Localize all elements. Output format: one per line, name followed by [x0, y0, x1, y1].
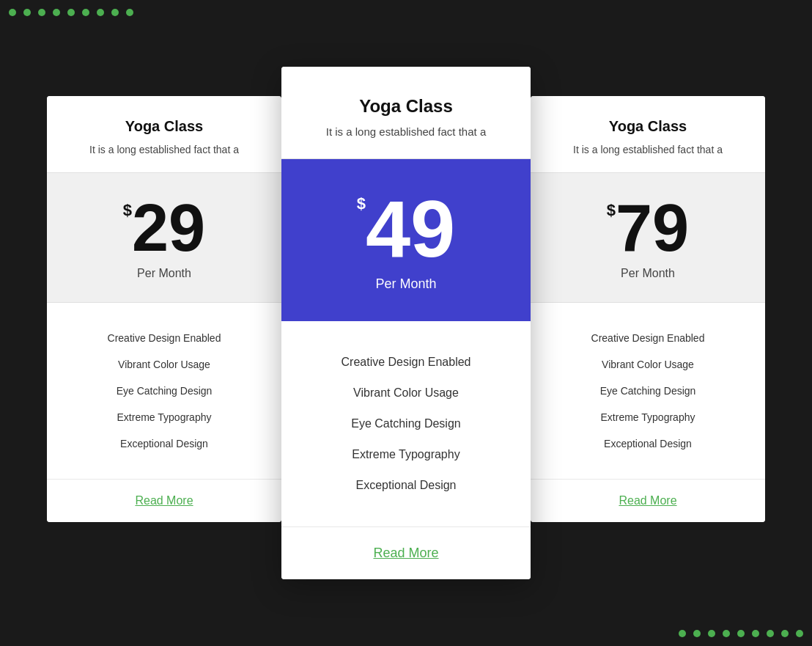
- card-left-features: Creative Design Enabled Vibrant Color Us…: [47, 303, 281, 479]
- card-left-price-wrapper: $ 29: [62, 195, 267, 261]
- dots-bottom-right: [679, 630, 803, 637]
- card-left-price-period: Per Month: [62, 267, 267, 280]
- pricing-card-center: Yoga Class It is a long established fact…: [281, 67, 531, 580]
- card-right-footer: Read More: [531, 479, 765, 522]
- dot-4: [53, 9, 60, 16]
- dot-1: [9, 9, 16, 16]
- card-right-feature-2: Vibrant Color Usage: [545, 351, 750, 378]
- dot-br-5: [737, 630, 745, 637]
- card-center-header: Yoga Class It is a long established fact…: [281, 67, 531, 160]
- card-right-price-amount: 79: [616, 195, 689, 261]
- card-center-feature-1: Creative Design Enabled: [303, 347, 509, 378]
- card-center-footer: Read More: [281, 526, 531, 579]
- card-right-features: Creative Design Enabled Vibrant Color Us…: [531, 303, 765, 479]
- card-center-price-period: Per Month: [303, 276, 509, 292]
- dots-top-left: [9, 9, 133, 16]
- card-center-feature-2: Vibrant Color Usage: [303, 378, 509, 408]
- card-center-price-section: $ 49 Per Month: [281, 159, 531, 321]
- card-center-read-more[interactable]: Read More: [373, 546, 438, 560]
- card-left-feature-1: Creative Design Enabled: [62, 325, 267, 351]
- card-right-price-period: Per Month: [545, 267, 750, 280]
- dot-br-4: [723, 630, 730, 637]
- card-left-feature-3: Eye Catching Design: [62, 378, 267, 404]
- dot-br-8: [781, 630, 789, 637]
- dot-br-1: [679, 630, 686, 637]
- card-center-feature-4: Extreme Typography: [303, 439, 509, 470]
- card-right-subtitle: It is a long established fact that a: [545, 142, 750, 158]
- dot-br-9: [796, 630, 803, 637]
- card-right-read-more[interactable]: Read More: [619, 494, 676, 507]
- card-right-price-symbol: $: [607, 202, 616, 219]
- card-right-feature-3: Eye Catching Design: [545, 378, 750, 404]
- card-right-feature-5: Exceptional Design: [545, 430, 750, 457]
- card-left-feature-2: Vibrant Color Usage: [62, 351, 267, 378]
- card-center-feature-5: Exceptional Design: [303, 470, 509, 501]
- dot-br-2: [693, 630, 701, 637]
- card-left-read-more[interactable]: Read More: [135, 494, 193, 507]
- card-right-feature-1: Creative Design Enabled: [545, 325, 750, 351]
- card-center-price-wrapper: $ 49: [303, 188, 509, 269]
- dot-br-7: [767, 630, 774, 637]
- card-left-price-symbol: $: [123, 202, 132, 219]
- pricing-card-left: Yoga Class It is a long established fact…: [47, 96, 281, 522]
- card-right-price-wrapper: $ 79: [545, 195, 750, 261]
- card-center-subtitle: It is a long established fact that a: [303, 124, 509, 141]
- dot-8: [111, 9, 119, 16]
- dot-br-3: [708, 630, 715, 637]
- card-center-features: Creative Design Enabled Vibrant Color Us…: [281, 321, 531, 526]
- card-left-feature-5: Exceptional Design: [62, 430, 267, 457]
- dot-3: [38, 9, 45, 16]
- card-center-price-symbol: $: [357, 196, 366, 212]
- card-left-header: Yoga Class It is a long established fact…: [47, 96, 281, 173]
- dot-6: [82, 9, 89, 16]
- card-right-header: Yoga Class It is a long established fact…: [531, 96, 765, 173]
- dot-9: [126, 9, 133, 16]
- card-right-feature-4: Extreme Typography: [545, 404, 750, 430]
- dot-7: [97, 9, 104, 16]
- card-left-subtitle: It is a long established fact that a: [62, 142, 267, 158]
- card-left-feature-4: Extreme Typography: [62, 404, 267, 430]
- dot-br-6: [752, 630, 759, 637]
- page-wrapper: Yoga Class It is a long established fact…: [0, 0, 812, 646]
- card-left-title: Yoga Class: [62, 118, 267, 135]
- card-center-price-amount: 49: [366, 188, 455, 269]
- card-center-title: Yoga Class: [303, 96, 509, 117]
- pricing-card-right: Yoga Class It is a long established fact…: [531, 96, 765, 522]
- pricing-container: Yoga Class It is a long established fact…: [47, 67, 765, 580]
- dot-5: [67, 9, 75, 16]
- card-right-title: Yoga Class: [545, 118, 750, 135]
- card-left-price-section: $ 29 Per Month: [47, 173, 281, 303]
- card-left-footer: Read More: [47, 479, 281, 522]
- dot-2: [23, 9, 31, 16]
- card-right-price-section: $ 79 Per Month: [531, 173, 765, 303]
- card-center-feature-3: Eye Catching Design: [303, 408, 509, 439]
- card-left-price-amount: 29: [132, 195, 205, 261]
